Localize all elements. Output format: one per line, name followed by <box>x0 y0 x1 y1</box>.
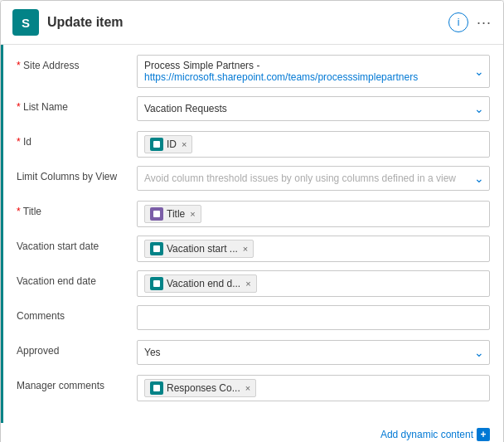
update-item-card: S Update item i ··· * Site Address Proce… <box>0 0 504 442</box>
input-manager-comments[interactable]: Responses Co... × <box>137 375 490 401</box>
svg-rect-4 <box>153 385 160 391</box>
svg-rect-2 <box>153 245 160 252</box>
site-address-chevron-icon[interactable]: ⌄ <box>474 65 484 78</box>
list-name-chevron-icon[interactable]: ⌄ <box>474 102 484 115</box>
tag-vacation-start-label: Vacation start ... <box>167 243 238 255</box>
input-site-address[interactable]: Process Simple Partners - https://micros… <box>137 55 490 88</box>
input-title[interactable]: Title × <box>137 201 490 227</box>
label-site-address: * Site Address <box>17 55 137 71</box>
field-approved: Approved Yes ⌄ <box>17 340 490 367</box>
footer-actions: Add dynamic content + <box>1 423 503 442</box>
label-title: * Title <box>17 201 137 217</box>
tag-manager-comments-label: Responses Co... <box>167 382 240 394</box>
label-id: * Id <box>17 131 137 148</box>
app-icon: S <box>12 9 39 36</box>
approved-value: Yes <box>144 347 161 358</box>
input-vacation-end[interactable]: Vacation end d... × <box>137 270 490 297</box>
field-vacation-end: Vacation end date Vacation end d... × <box>17 270 490 297</box>
tag-id-close[interactable]: × <box>182 139 187 149</box>
form-body: * Site Address Process Simple Partners -… <box>1 45 503 423</box>
tag-id-label: ID <box>167 138 177 150</box>
label-limit-columns: Limit Columns by View <box>17 166 137 182</box>
svg-rect-1 <box>153 211 160 217</box>
input-vacation-start[interactable]: Vacation start ... × <box>137 236 490 262</box>
svg-rect-0 <box>153 141 160 148</box>
label-approved: Approved <box>17 340 137 357</box>
field-title: * Title Title × <box>17 201 490 227</box>
tag-vacation-start-close[interactable]: × <box>243 244 248 254</box>
limit-columns-value: Avoid column threshold issues by only us… <box>144 172 456 184</box>
tag-id-icon <box>150 138 163 151</box>
input-approved[interactable]: Yes ⌄ <box>137 340 490 365</box>
tag-title-icon <box>150 207 163 221</box>
field-list-name: * List Name Vacation Requests ⌄ <box>17 96 490 123</box>
site-address-text: Process Simple Partners - <box>144 60 259 71</box>
add-dynamic-button[interactable]: Add dynamic content + <box>380 428 490 441</box>
field-comments: Comments <box>17 305 490 332</box>
limit-columns-chevron-icon[interactable]: ⌄ <box>474 172 484 185</box>
add-dynamic-icon: + <box>477 428 490 441</box>
tag-title-label: Title <box>167 208 185 220</box>
label-list-name: * List Name <box>17 96 137 113</box>
info-button[interactable]: i <box>448 12 468 32</box>
tag-vacation-start-icon <box>150 242 163 255</box>
tag-vacation-start: Vacation start ... × <box>144 240 254 258</box>
field-limit-columns: Limit Columns by View Avoid column thres… <box>17 166 490 192</box>
field-site-address: * Site Address Process Simple Partners -… <box>17 55 490 88</box>
tag-title-close[interactable]: × <box>190 209 195 219</box>
input-list-name[interactable]: Vacation Requests ⌄ <box>137 96 490 121</box>
label-manager-comments: Manager comments <box>17 375 137 391</box>
tag-vacation-end-close[interactable]: × <box>245 279 250 289</box>
tag-vacation-end-icon <box>150 277 163 290</box>
label-vacation-end: Vacation end date <box>17 270 137 287</box>
tag-vacation-end: Vacation end d... × <box>144 274 257 293</box>
input-id[interactable]: ID × <box>137 131 490 158</box>
input-comments[interactable] <box>137 305 490 330</box>
tag-id: ID × <box>144 135 192 153</box>
tag-manager-comments-icon <box>150 381 163 395</box>
tag-vacation-end-label: Vacation end d... <box>167 278 240 289</box>
tag-title: Title × <box>144 205 201 223</box>
svg-rect-3 <box>153 280 160 287</box>
card-title: Update item <box>47 15 440 30</box>
label-comments: Comments <box>17 305 137 322</box>
add-dynamic-label: Add dynamic content <box>380 429 473 440</box>
list-name-value: Vacation Requests <box>144 103 227 114</box>
tag-manager-comments-close[interactable]: × <box>245 383 250 393</box>
label-vacation-start: Vacation start date <box>17 236 137 252</box>
input-limit-columns[interactable]: Avoid column threshold issues by only us… <box>137 166 490 191</box>
tag-manager-comments: Responses Co... × <box>144 379 256 397</box>
site-address-url: https://microsoft.sharepoint.com/teams/p… <box>144 71 418 83</box>
field-vacation-start: Vacation start date Vacation start ... × <box>17 236 490 262</box>
approved-chevron-icon[interactable]: ⌄ <box>474 346 484 359</box>
more-button[interactable]: ··· <box>477 14 492 32</box>
field-manager-comments: Manager comments Responses Co... × <box>17 375 490 401</box>
field-id: * Id ID × <box>17 131 490 158</box>
card-header: S Update item i ··· <box>1 1 503 45</box>
